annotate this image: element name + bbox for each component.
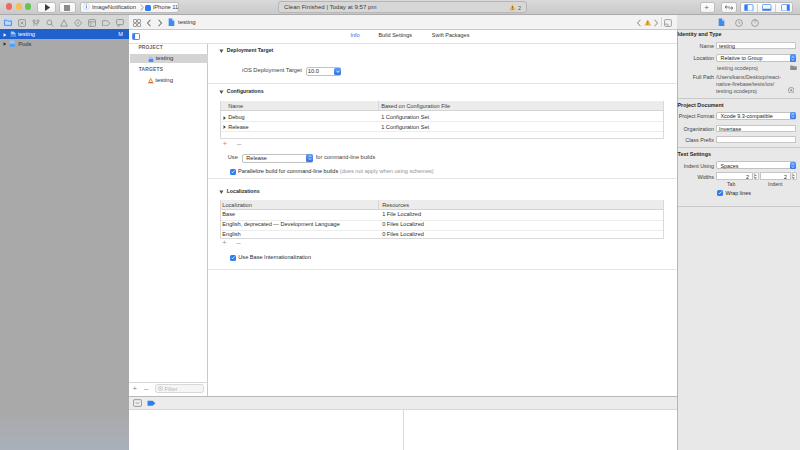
svg-text:?: ? <box>754 20 757 25</box>
